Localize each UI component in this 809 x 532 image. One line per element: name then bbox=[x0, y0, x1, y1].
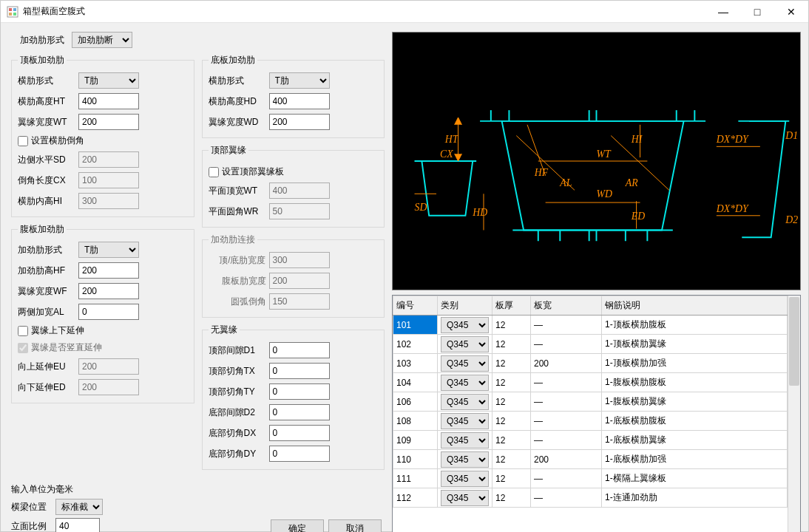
cell-id[interactable]: 104 bbox=[393, 373, 438, 392]
cell-desc[interactable]: 1-连通加劲肋 bbox=[602, 488, 788, 508]
stiffener-type-select[interactable]: 加劲肋断 bbox=[72, 32, 132, 48]
cell-desc[interactable]: 1-底板横肋腹板 bbox=[602, 412, 788, 431]
cell-width[interactable]: 200 bbox=[531, 450, 602, 469]
ok-button[interactable]: 确定 bbox=[271, 519, 324, 532]
cell-cat[interactable]: Q345 bbox=[438, 488, 492, 508]
pos-select[interactable]: 标准截 bbox=[55, 499, 103, 515]
th-desc[interactable]: 钢筋说明 bbox=[602, 296, 788, 316]
cell-width[interactable]: — bbox=[531, 488, 602, 508]
cell-cat[interactable]: Q345 bbox=[438, 373, 492, 392]
dx-input[interactable] bbox=[269, 425, 330, 441]
wt-input[interactable] bbox=[78, 114, 139, 130]
web-form-select[interactable]: T肋 bbox=[78, 242, 139, 258]
cancel-button[interactable]: 取消 bbox=[328, 519, 382, 532]
table-row[interactable]: 112Q34512—1-连通加劲肋 bbox=[393, 488, 788, 508]
top-flange-checkbox[interactable] bbox=[209, 167, 219, 177]
th-cat[interactable]: 类别 bbox=[438, 296, 492, 316]
cat-select[interactable]: Q345 bbox=[441, 413, 489, 429]
ext-checkbox[interactable] bbox=[18, 326, 28, 336]
cell-cat[interactable]: Q345 bbox=[438, 431, 492, 450]
cat-select[interactable]: Q345 bbox=[441, 432, 489, 449]
cell-thick[interactable]: 12 bbox=[492, 354, 531, 373]
table-row[interactable]: 111Q34512—1-横隔上翼缘板 bbox=[393, 469, 788, 488]
minimize-button[interactable]: — bbox=[706, 1, 740, 23]
table-row[interactable]: 103Q345122001-顶板横肋加强 bbox=[393, 354, 788, 373]
cell-width[interactable]: — bbox=[531, 392, 602, 412]
cell-cat[interactable]: Q345 bbox=[438, 412, 492, 431]
cell-id[interactable]: 109 bbox=[393, 431, 438, 450]
wf-input[interactable] bbox=[78, 283, 139, 299]
ht-input[interactable] bbox=[78, 93, 139, 109]
table-row[interactable]: 106Q34512—1-腹板横肋翼缘 bbox=[393, 392, 788, 412]
table-row[interactable]: 110Q345122001-底板横肋加强 bbox=[393, 450, 788, 469]
table-row[interactable]: 102Q34512—1-顶板横肋翼缘 bbox=[393, 335, 788, 354]
elev-input[interactable] bbox=[55, 518, 100, 532]
d1-input[interactable] bbox=[269, 342, 330, 358]
cell-cat[interactable]: Q345 bbox=[438, 354, 492, 373]
wd-input[interactable] bbox=[269, 114, 330, 130]
cat-select[interactable]: Q345 bbox=[441, 394, 489, 410]
cell-width[interactable]: — bbox=[531, 373, 602, 392]
cat-select[interactable]: Q345 bbox=[441, 317, 489, 333]
cat-select[interactable]: Q345 bbox=[441, 490, 489, 506]
cell-id[interactable]: 108 bbox=[393, 412, 438, 431]
cell-width[interactable]: 200 bbox=[531, 354, 602, 373]
cell-desc[interactable]: 1-顶板横肋腹板 bbox=[602, 316, 788, 335]
cell-thick[interactable]: 12 bbox=[492, 335, 531, 354]
cell-desc[interactable]: 1-底板横肋翼缘 bbox=[602, 431, 788, 450]
cell-width[interactable]: — bbox=[531, 412, 602, 431]
th-width[interactable]: 板宽 bbox=[531, 296, 602, 316]
cell-width[interactable]: — bbox=[531, 469, 602, 488]
cell-thick[interactable]: 12 bbox=[492, 450, 531, 469]
cell-id[interactable]: 111 bbox=[393, 469, 438, 488]
top-form-select[interactable]: T肋 bbox=[78, 72, 139, 89]
maximize-button[interactable]: □ bbox=[740, 1, 774, 23]
cell-thick[interactable]: 12 bbox=[492, 373, 531, 392]
dy-input[interactable] bbox=[269, 446, 330, 462]
cell-desc[interactable]: 1-横隔上翼缘板 bbox=[602, 469, 788, 488]
cell-width[interactable]: — bbox=[531, 335, 602, 354]
cell-thick[interactable]: 12 bbox=[492, 431, 531, 450]
cat-select[interactable]: Q345 bbox=[441, 471, 489, 487]
hd-input[interactable] bbox=[269, 93, 330, 109]
cell-id[interactable]: 110 bbox=[393, 450, 438, 469]
cell-thick[interactable]: 12 bbox=[492, 469, 531, 488]
cell-thick[interactable]: 12 bbox=[492, 316, 531, 335]
grid-scrollbar[interactable] bbox=[788, 296, 800, 532]
cell-thick[interactable]: 12 bbox=[492, 488, 531, 508]
cell-desc[interactable]: 1-底板横肋加强 bbox=[602, 450, 788, 469]
table-row[interactable]: 104Q34512—1-腹板横肋腹板 bbox=[393, 373, 788, 392]
cat-select[interactable]: Q345 bbox=[441, 451, 489, 468]
cat-select[interactable]: Q345 bbox=[441, 375, 489, 391]
chamfer-checkbox[interactable] bbox=[18, 136, 28, 146]
data-grid[interactable]: 编号 类别 板厚 板宽 钢筋说明 101Q34512—1-顶板横肋腹板102Q3… bbox=[392, 295, 801, 532]
cell-cat[interactable]: Q345 bbox=[438, 469, 492, 488]
bot-form-select[interactable]: T肋 bbox=[269, 72, 330, 89]
th-id[interactable]: 编号 bbox=[393, 296, 438, 316]
tx-input[interactable] bbox=[269, 363, 330, 379]
cell-desc[interactable]: 1-腹板横肋腹板 bbox=[602, 373, 788, 392]
cell-cat[interactable]: Q345 bbox=[438, 392, 492, 412]
al-input[interactable] bbox=[78, 304, 139, 320]
cell-cat[interactable]: Q345 bbox=[438, 316, 492, 335]
close-button[interactable]: ✕ bbox=[774, 1, 808, 23]
ty-input[interactable] bbox=[269, 383, 330, 400]
cell-thick[interactable]: 12 bbox=[492, 392, 531, 412]
th-thick[interactable]: 板厚 bbox=[492, 296, 531, 316]
cell-desc[interactable]: 1-腹板横肋翼缘 bbox=[602, 392, 788, 412]
cell-cat[interactable]: Q345 bbox=[438, 335, 492, 354]
cell-thick[interactable]: 12 bbox=[492, 412, 531, 431]
cell-id[interactable]: 102 bbox=[393, 335, 438, 354]
cat-select[interactable]: Q345 bbox=[441, 336, 489, 352]
cell-cat[interactable]: Q345 bbox=[438, 450, 492, 469]
cell-desc[interactable]: 1-顶板横肋翼缘 bbox=[602, 335, 788, 354]
cell-id[interactable]: 101 bbox=[393, 316, 438, 335]
d2-input[interactable] bbox=[269, 404, 330, 420]
cell-id[interactable]: 106 bbox=[393, 392, 438, 412]
cell-width[interactable]: — bbox=[531, 316, 602, 335]
table-row[interactable]: 101Q34512—1-顶板横肋腹板 bbox=[393, 316, 788, 335]
table-row[interactable]: 108Q34512—1-底板横肋腹板 bbox=[393, 412, 788, 431]
cell-id[interactable]: 112 bbox=[393, 488, 438, 508]
cell-desc[interactable]: 1-顶板横肋加强 bbox=[602, 354, 788, 373]
cell-id[interactable]: 103 bbox=[393, 354, 438, 373]
